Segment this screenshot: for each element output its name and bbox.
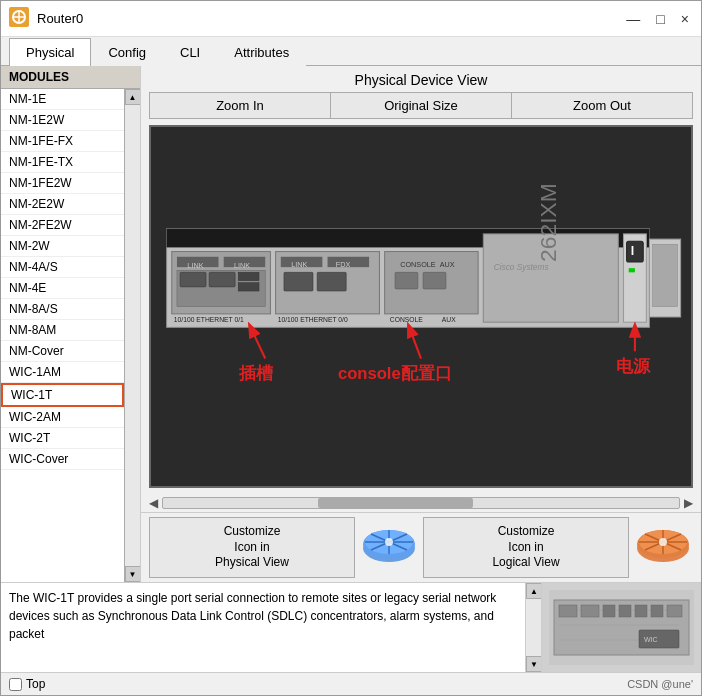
info-image-panel: WIC: [541, 583, 701, 672]
bottom-bar: Top CSDN @une': [1, 672, 701, 695]
scroll-left-arrow[interactable]: ◀: [149, 496, 158, 510]
svg-text:Cisco Systems: Cisco Systems: [494, 262, 549, 272]
svg-rect-37: [629, 268, 635, 272]
svg-text:console配置口: console配置口: [338, 364, 452, 383]
svg-text:AUX: AUX: [442, 316, 456, 323]
close-button[interactable]: ×: [677, 11, 693, 27]
device-view-title: Physical Device View: [141, 66, 701, 92]
info-panel: The WIC-1T provides a single port serial…: [1, 582, 701, 672]
svg-text:I: I: [631, 244, 634, 258]
sidebar-scroll: NM-1E NM-1E2W NM-1FE-FX NM-1FE-TX NM-1FE…: [1, 89, 124, 582]
scroll-h-track[interactable]: [162, 497, 680, 509]
zoom-in-button[interactable]: Zoom In: [150, 93, 331, 118]
window-title: Router0: [37, 11, 614, 26]
zoom-bar: Zoom In Original Size Zoom Out: [149, 92, 693, 119]
top-label: Top: [26, 677, 45, 691]
svg-text:插槽: 插槽: [238, 364, 274, 383]
svg-point-68: [659, 538, 667, 546]
sidebar-item-wic1am[interactable]: WIC-1AM: [1, 362, 124, 383]
sidebar-scrollbar: ▲ ▼: [124, 89, 140, 582]
sidebar-item-nm2e2w[interactable]: NM-2E2W: [1, 194, 124, 215]
info-scrollbar: ▲ ▼: [525, 583, 541, 672]
svg-text:CONSOLE: CONSOLE: [390, 316, 424, 323]
sidebar-item-wic2am[interactable]: WIC-2AM: [1, 407, 124, 428]
tab-attributes[interactable]: Attributes: [217, 38, 306, 66]
svg-rect-76: [603, 605, 615, 617]
tab-config[interactable]: Config: [91, 38, 163, 66]
watermark: CSDN @une': [627, 678, 693, 690]
tab-cli[interactable]: CLI: [163, 38, 217, 66]
info-text-area: The WIC-1T provides a single port serial…: [1, 583, 525, 672]
svg-rect-74: [559, 605, 577, 617]
horizontal-scrollbar: ◀ ▶: [141, 494, 701, 512]
logical-router-icon: [633, 523, 693, 573]
scroll-down-arrow[interactable]: ▼: [125, 566, 141, 582]
sidebar-item-nm8as[interactable]: NM-8A/S: [1, 299, 124, 320]
zoom-out-button[interactable]: Zoom Out: [512, 93, 692, 118]
sidebar-item-nm1fefx[interactable]: NM-1FE-FX: [1, 131, 124, 152]
svg-rect-27: [395, 272, 418, 289]
svg-rect-14: [209, 272, 235, 287]
sidebar-item-nm1fe2w[interactable]: NM-1FE2W: [1, 173, 124, 194]
main-content: MODULES NM-1E NM-1E2W NM-1FE-FX NM-1FE-T…: [1, 66, 701, 582]
customize-logical-button[interactable]: CustomizeIcon inLogical View: [423, 517, 629, 578]
info-scroll-down[interactable]: ▼: [526, 656, 542, 672]
sidebar-item-nm1e2w[interactable]: NM-1E2W: [1, 110, 124, 131]
physical-router-icon: [359, 523, 419, 573]
scroll-track[interactable]: [125, 105, 140, 566]
info-description: The WIC-1T provides a single port serial…: [9, 591, 496, 641]
sidebar-item-nmcover[interactable]: NM-Cover: [1, 341, 124, 362]
svg-rect-77: [619, 605, 631, 617]
svg-rect-80: [667, 605, 682, 617]
top-checkbox-label[interactable]: Top: [9, 677, 45, 691]
device-image-container: LINK LINK LINK FDX: [149, 125, 693, 488]
app-icon: [9, 7, 29, 30]
svg-rect-78: [635, 605, 647, 617]
tab-physical[interactable]: Physical: [9, 38, 91, 66]
svg-rect-28: [423, 272, 446, 289]
sidebar-item-wiccover[interactable]: WIC-Cover: [1, 449, 124, 470]
sidebar-item-nm4as[interactable]: NM-4A/S: [1, 257, 124, 278]
sidebar-item-nm2fe2w[interactable]: NM-2FE2W: [1, 215, 124, 236]
svg-text:CONSOLE: CONSOLE: [400, 260, 436, 269]
svg-text:电源: 电源: [616, 357, 651, 376]
title-bar: Router0 — □ ×: [1, 1, 701, 37]
scroll-right-arrow[interactable]: ▶: [684, 496, 693, 510]
tab-bar: Physical Config CLI Attributes: [1, 37, 701, 66]
svg-text:262IXM: 262IXM: [535, 183, 561, 262]
sidebar-item-nm1fetx[interactable]: NM-1FE-TX: [1, 152, 124, 173]
sidebar-item-nm2w[interactable]: NM-2W: [1, 236, 124, 257]
right-panel: Physical Device View Zoom In Original Si…: [141, 66, 701, 582]
svg-text:LINK: LINK: [291, 260, 307, 269]
svg-rect-22: [284, 272, 313, 291]
sidebar-item-wic2t[interactable]: WIC-2T: [1, 428, 124, 449]
svg-text:FDX: FDX: [336, 260, 351, 269]
customize-physical-button[interactable]: CustomizeIcon inPhysical View: [149, 517, 355, 578]
maximize-button[interactable]: □: [652, 11, 668, 27]
minimize-button[interactable]: —: [622, 11, 644, 27]
svg-point-59: [385, 538, 393, 546]
main-window: Router0 — □ × Physical Config CLI Attrib…: [0, 0, 702, 696]
svg-rect-79: [651, 605, 663, 617]
svg-rect-13: [180, 272, 206, 287]
scroll-h-thumb: [318, 498, 473, 508]
svg-rect-75: [581, 605, 599, 617]
sidebar-item-wic1t[interactable]: WIC-1T: [1, 383, 124, 407]
bottom-buttons: CustomizeIcon inPhysical View: [141, 512, 701, 582]
info-scroll-up[interactable]: ▲: [526, 583, 542, 599]
sidebar-with-scroll: NM-1E NM-1E2W NM-1FE-FX NM-1FE-TX NM-1FE…: [1, 89, 140, 582]
scroll-up-arrow[interactable]: ▲: [125, 89, 141, 105]
svg-text:LINK: LINK: [234, 261, 250, 270]
sidebar-item-nm1e[interactable]: NM-1E: [1, 89, 124, 110]
top-checkbox[interactable]: [9, 678, 22, 691]
svg-text:AUX: AUX: [440, 260, 455, 269]
svg-rect-35: [627, 241, 644, 262]
info-scroll-track[interactable]: [526, 599, 541, 656]
sidebar-item-nm4e[interactable]: NM-4E: [1, 278, 124, 299]
svg-rect-16: [238, 283, 259, 291]
svg-text:WIC: WIC: [644, 636, 658, 643]
original-size-button[interactable]: Original Size: [331, 93, 512, 118]
sidebar-item-nm8am[interactable]: NM-8AM: [1, 320, 124, 341]
sidebar-header: MODULES: [1, 66, 140, 89]
device-svg: LINK LINK LINK FDX: [151, 127, 691, 486]
